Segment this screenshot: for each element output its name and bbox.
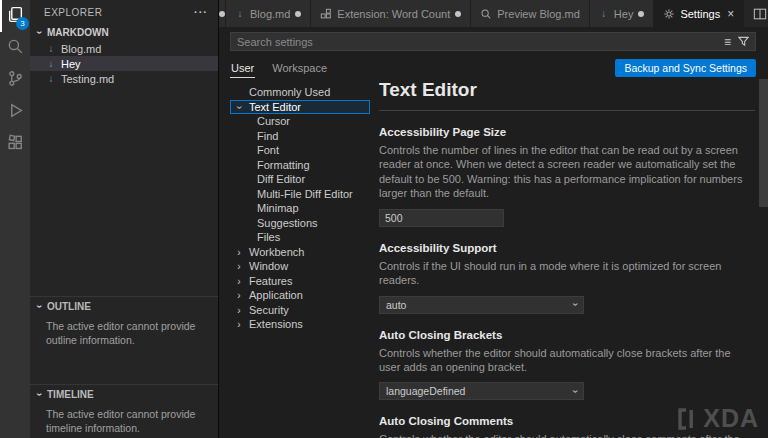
- section-header-markdown[interactable]: › MARKDOWN: [30, 24, 218, 41]
- toc-item-cursor[interactable]: Cursor: [230, 114, 370, 129]
- auto-closing-brackets-select[interactable]: languageDefined ›: [379, 382, 584, 400]
- file-item-blog[interactable]: ↓ Blog.md: [30, 41, 218, 56]
- split-editor-icon[interactable]: [753, 7, 767, 21]
- vscode-window: 3 EXPLORER ··· ›: [0, 0, 768, 438]
- dirty-count-badge: 3: [16, 17, 29, 30]
- markdown-file-icon: ↓: [46, 43, 56, 54]
- setting-description: Controls if the UI should run in a mode …: [379, 259, 755, 288]
- toc-item-minimap[interactable]: Minimap: [230, 201, 370, 216]
- sidebar-title: EXPLORER: [44, 7, 102, 18]
- toc-item-diff-editor[interactable]: Diff Editor: [230, 172, 370, 187]
- source-control-icon: [7, 70, 24, 91]
- tab-bar-actions: ···: [744, 0, 768, 27]
- toc-item-suggestions[interactable]: Suggestions: [230, 216, 370, 231]
- toc-item-workbench[interactable]: › Workbench: [230, 245, 370, 260]
- run-debug-icon: [7, 102, 24, 123]
- chevron-down-icon: ›: [570, 390, 581, 393]
- backup-sync-button[interactable]: Backup and Sync Settings: [615, 59, 756, 77]
- settings-search-bar: ≡: [230, 32, 756, 51]
- modified-dot-icon: [295, 11, 301, 17]
- filter-lines-icon[interactable]: ≡: [724, 36, 731, 48]
- activity-extensions-button[interactable]: [0, 128, 30, 160]
- page-title: Text Editor: [379, 79, 755, 111]
- tab-label: Preview Blog.md: [497, 8, 580, 20]
- activity-explorer-button[interactable]: 3: [0, 0, 30, 32]
- toc-item-files[interactable]: Files: [230, 230, 370, 245]
- settings-editor: ≡ User Workspace Backup and Sync Setting…: [219, 27, 768, 438]
- sidebar-title-bar: EXPLORER ···: [30, 0, 218, 24]
- tab-label: Hey: [614, 8, 634, 20]
- editor-group: ↓ Blog.md Extension: Word Count Preview …: [218, 0, 768, 438]
- chevron-down-icon: ›: [570, 303, 581, 306]
- extension-icon: [320, 8, 332, 20]
- toc-item-formatting[interactable]: Formatting: [230, 158, 370, 173]
- chevron-down-icon: ›: [34, 28, 45, 38]
- activity-run-debug-button[interactable]: [0, 96, 30, 128]
- toc-item-find[interactable]: Find: [230, 129, 370, 144]
- close-icon[interactable]: ×: [727, 7, 734, 21]
- tab-hey[interactable]: ↓ Hey: [590, 0, 655, 27]
- accessibility-support-select[interactable]: auto ›: [379, 296, 584, 314]
- outline-pane-title: OUTLINE: [47, 301, 91, 312]
- explorer-more-actions-icon[interactable]: ···: [194, 6, 208, 18]
- chevron-right-icon: ›: [234, 305, 244, 316]
- activity-search-button[interactable]: [0, 32, 30, 64]
- modified-dot-icon: [455, 11, 461, 17]
- file-item-testing[interactable]: ↓ Testing.md: [30, 71, 218, 86]
- markdown-file-icon: ↓: [46, 73, 56, 84]
- scrollbar-thumb[interactable]: [759, 79, 768, 207]
- select-value: auto: [386, 299, 406, 311]
- xda-watermark: XDA: [676, 404, 759, 433]
- search-icon: [7, 38, 24, 59]
- toc-item-commonly-used[interactable]: Commonly Used: [230, 85, 370, 100]
- activity-source-control-button[interactable]: [0, 64, 30, 96]
- activity-bar: 3: [0, 0, 30, 438]
- tab-settings[interactable]: Settings ×: [654, 0, 744, 27]
- timeline-pane: › TIMELINE The active editor cannot prov…: [30, 384, 218, 435]
- tab-label: Blog.md: [250, 8, 290, 20]
- setting-title: Accessibility Support: [379, 242, 755, 254]
- scope-tab-workspace[interactable]: Workspace: [271, 59, 328, 77]
- tab-preview-blog-md[interactable]: Preview Blog.md: [471, 0, 590, 27]
- settings-search-input[interactable]: [237, 36, 717, 48]
- toc-item-text-editor[interactable]: › Text Editor: [230, 100, 370, 115]
- chevron-right-icon: ›: [234, 261, 244, 272]
- setting-title: Accessibility Page Size: [379, 126, 755, 138]
- extensions-icon: [7, 134, 24, 155]
- setting-description: Controls whether the editor should autom…: [379, 346, 755, 375]
- toc-item-font[interactable]: Font: [230, 143, 370, 158]
- markdown-file-icon: ↓: [599, 8, 609, 19]
- toc-item-multi-file-diff-editor[interactable]: Multi-File Diff Editor: [230, 187, 370, 202]
- timeline-pane-header[interactable]: › TIMELINE: [30, 385, 218, 403]
- markdown-file-icon: ↓: [235, 8, 245, 19]
- tab-blog-md[interactable]: ↓ Blog.md: [226, 0, 311, 27]
- scope-tab-user[interactable]: User: [230, 59, 255, 78]
- toc-item-window[interactable]: › Window: [230, 259, 370, 274]
- accessibility-page-size-input[interactable]: [379, 209, 504, 227]
- setting-description: Controls the number of lines in the edit…: [379, 143, 755, 200]
- settings-content: Text Editor Accessibility Page Size Cont…: [379, 79, 755, 438]
- toc-item-extensions[interactable]: › Extensions: [230, 317, 370, 332]
- timeline-message: The active editor cannot provide timelin…: [30, 403, 218, 435]
- setting-auto-closing-brackets: Auto Closing Brackets Controls whether t…: [379, 329, 755, 401]
- filter-funnel-icon[interactable]: [738, 36, 749, 47]
- file-item-hey[interactable]: ↓ Hey: [30, 56, 218, 71]
- xda-logo-icon: [676, 407, 698, 431]
- toc-item-features[interactable]: › Features: [230, 274, 370, 289]
- setting-description: Controls whether the editor should autom…: [379, 432, 755, 438]
- outline-pane-header[interactable]: › OUTLINE: [30, 297, 218, 315]
- tab-truncated[interactable]: [219, 0, 226, 27]
- toc-item-security[interactable]: › Security: [230, 303, 370, 318]
- file-label: Blog.md: [61, 43, 101, 55]
- file-label: Testing.md: [61, 73, 114, 85]
- modified-dot-icon: [638, 11, 644, 17]
- setting-accessibility-support: Accessibility Support Controls if the UI…: [379, 242, 755, 314]
- tab-extension-word-count[interactable]: Extension: Word Count: [311, 0, 471, 27]
- toc-item-application[interactable]: › Application: [230, 288, 370, 303]
- chevron-down-icon: ›: [34, 389, 45, 399]
- chevron-right-icon: ›: [234, 276, 244, 287]
- timeline-pane-title: TIMELINE: [47, 389, 94, 400]
- explorer-sidebar: EXPLORER ··· › MARKDOWN ↓ Blog.md ↓ Hey …: [30, 0, 218, 438]
- chevron-down-icon: ›: [234, 102, 245, 112]
- section-label: MARKDOWN: [47, 27, 109, 38]
